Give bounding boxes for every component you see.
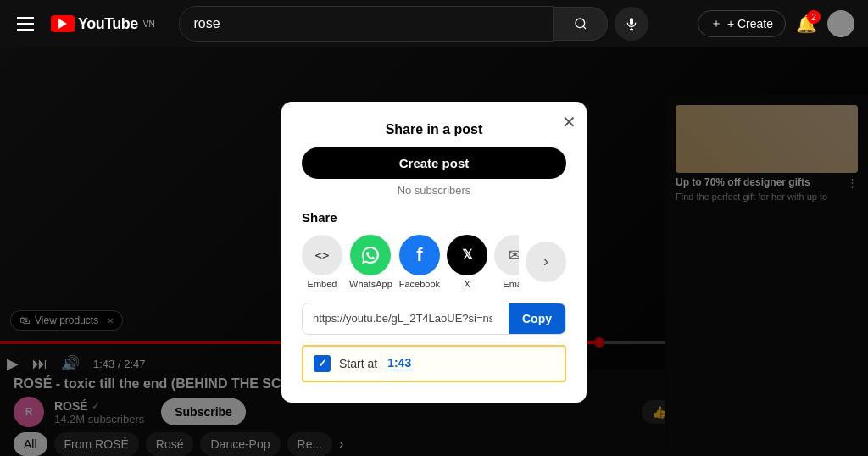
video-container: 🛍 View products ✕ ▶ ⏭ 🔊 1:43 / 2:47 ⏺ ⊡ …	[0, 47, 868, 456]
facebook-icon: f	[399, 235, 440, 275]
svg-rect-2	[630, 18, 633, 25]
url-input[interactable]	[303, 303, 502, 333]
start-at-time[interactable]: 1:43	[386, 356, 413, 370]
x-label: X	[464, 279, 470, 289]
modal-close-button[interactable]: ✕	[562, 112, 576, 132]
country-label: VN	[143, 19, 155, 29]
avatar[interactable]	[827, 10, 854, 37]
share-icons-row: <> Embed WhatsApp f Facebook	[302, 235, 566, 289]
create-plus-icon: ＋	[710, 16, 722, 31]
share-icons-list: <> Embed WhatsApp f Facebook	[302, 235, 519, 289]
create-post-button[interactable]: Create post	[302, 147, 566, 179]
search-input-wrap	[179, 6, 554, 42]
create-button[interactable]: ＋ + Create	[698, 10, 786, 37]
share-section-title: Share	[302, 210, 566, 225]
notif-badge: 2	[807, 10, 821, 24]
share-embed[interactable]: <> Embed	[302, 235, 342, 289]
header: YouTubeVN ＋ + Create 🔔 2	[0, 0, 868, 47]
search-input[interactable]	[180, 7, 553, 41]
x-icon: 𝕏	[447, 235, 487, 275]
share-whatsapp[interactable]: WhatsApp	[349, 235, 392, 289]
no-subscribers-text: No subscribers	[302, 184, 566, 197]
share-x[interactable]: 𝕏 X	[447, 235, 487, 289]
url-row: Copy	[302, 303, 566, 335]
share-email[interactable]: ✉ Email	[494, 235, 519, 289]
modal-overlay: ✕ Share in a post Create post No subscri…	[0, 47, 868, 456]
youtube-logo[interactable]: YouTubeVN	[51, 15, 155, 33]
header-left: YouTubeVN	[14, 14, 155, 34]
email-icon: ✉	[494, 235, 519, 275]
youtube-icon	[51, 15, 75, 32]
embed-label: Embed	[308, 279, 337, 289]
whatsapp-icon	[350, 235, 391, 275]
share-more-button[interactable]: ›	[526, 242, 566, 282]
start-at-checkbox[interactable]	[314, 355, 331, 372]
start-at-label: Start at	[339, 357, 377, 370]
logo-text: YouTube	[78, 15, 138, 33]
facebook-label: Facebook	[399, 279, 440, 289]
search-button[interactable]	[554, 7, 608, 41]
header-right: ＋ + Create 🔔 2	[698, 10, 854, 37]
svg-point-0	[576, 19, 585, 28]
mic-button[interactable]	[615, 7, 648, 41]
start-at-row: Start at 1:43	[302, 345, 566, 382]
whatsapp-label: WhatsApp	[349, 279, 392, 289]
email-label: Email	[503, 279, 519, 289]
create-label: + Create	[727, 17, 773, 31]
notifications-button[interactable]: 🔔 2	[796, 14, 817, 34]
menu-button[interactable]	[14, 14, 37, 34]
modal-title: Share in a post	[302, 122, 566, 137]
embed-icon: <>	[302, 235, 342, 275]
copy-button[interactable]: Copy	[509, 303, 565, 334]
search-bar	[179, 6, 648, 42]
share-modal: ✕ Share in a post Create post No subscri…	[281, 102, 587, 403]
svg-line-1	[583, 26, 586, 29]
share-facebook[interactable]: f Facebook	[399, 235, 440, 289]
